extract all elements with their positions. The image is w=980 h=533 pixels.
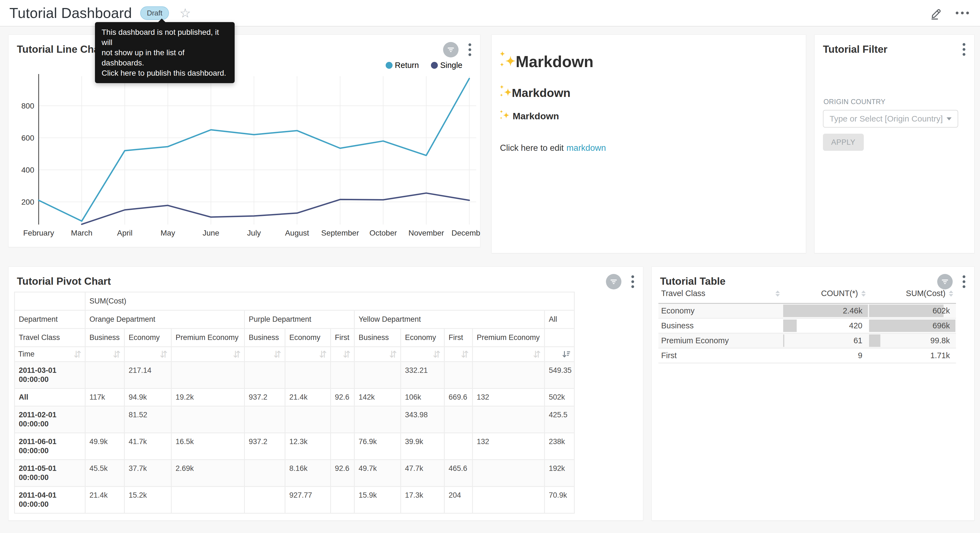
- pivot-value-cell: 927.77: [285, 487, 331, 513]
- pivot-value-cell: [245, 460, 285, 487]
- pivot-metric-header: SUM(Cost): [85, 292, 574, 310]
- sort-toggle-icon[interactable]: ⇵: [160, 350, 168, 359]
- chevron-down-icon: [947, 117, 951, 120]
- cross-filter-icon[interactable]: [443, 42, 458, 57]
- pivot-group-header: Purple Department: [245, 310, 355, 329]
- pivot-time-cell: 2011-03-01 00:00:00: [14, 362, 85, 389]
- legend-item-single[interactable]: Single: [431, 61, 462, 70]
- tooltip-line: Click here to publish this dashboard.: [102, 68, 228, 78]
- pivot-value-cell: [85, 362, 124, 389]
- favorite-star-icon[interactable]: ☆: [180, 6, 191, 19]
- table-row[interactable]: Premium Economy6199.8k: [659, 334, 956, 348]
- svg-text:April: April: [117, 229, 132, 237]
- pivot-value-cell: [331, 406, 355, 433]
- cross-filter-icon[interactable]: [606, 274, 621, 289]
- filter-more-menu-icon[interactable]: [961, 42, 966, 57]
- pivot-value-cell: 2.69k: [172, 460, 245, 487]
- sort-toggle-icon[interactable]: ⇵: [74, 350, 82, 359]
- svg-text:400: 400: [21, 166, 34, 174]
- column-header-travel-class[interactable]: Travel Class: [659, 284, 783, 303]
- pivot-value-cell: 17.3k: [401, 487, 444, 513]
- markdown-h1: ✦✦✦Markdown: [500, 53, 797, 71]
- pivot-value-cell: [85, 406, 124, 433]
- pivot-value-cell: [245, 362, 285, 389]
- pivot-department-row: Department Orange Department Purple Depa…: [14, 310, 574, 329]
- table-row[interactable]: Economy2.46k602k: [659, 303, 956, 318]
- pivot-value-cell: 49.9k: [85, 433, 124, 460]
- pivot-group-header: Orange Department: [85, 310, 245, 329]
- table-row[interactable]: Business420696k: [659, 318, 956, 334]
- sort-carets-icon: [949, 290, 953, 297]
- travel-class-cell: First: [659, 348, 783, 363]
- sort-toggle-icon[interactable]: ⇵: [319, 350, 327, 359]
- edit-markdown-link[interactable]: markdown: [566, 143, 606, 153]
- sort-toggle-icon[interactable]: ⇵: [113, 350, 121, 359]
- pivot-value-cell: [355, 406, 401, 433]
- pivot-time-cell: 2011-02-01 00:00:00: [14, 406, 85, 433]
- cross-filter-icon[interactable]: [937, 274, 953, 289]
- pivot-value-cell: 37.7k: [124, 460, 172, 487]
- sort-toggle-icon[interactable]: ⇵: [433, 350, 441, 359]
- pivot-value-cell: 49.7k: [355, 460, 401, 487]
- sort-toggle-icon[interactable]: ⇵: [343, 350, 351, 359]
- travel-class-cell: Economy: [659, 303, 783, 318]
- svg-text:February: February: [23, 229, 54, 237]
- pivot-value-cell: 47.7k: [401, 460, 444, 487]
- legend-item-return[interactable]: Return: [386, 61, 419, 70]
- origin-country-label: ORIGIN COUNTRY: [824, 98, 886, 106]
- sort-toggle-icon[interactable]: ⇵: [533, 350, 541, 359]
- pivot-value-cell: [473, 487, 545, 513]
- pivot-value-cell: 937.2: [245, 389, 285, 406]
- svg-text:November: November: [408, 229, 444, 237]
- table-row[interactable]: First91.71k: [659, 348, 956, 363]
- draft-badge[interactable]: Draft: [140, 6, 169, 20]
- svg-text:200: 200: [21, 198, 34, 206]
- proportion-bar: [869, 334, 880, 347]
- sort-carets-icon: [775, 290, 780, 297]
- pivot-more-menu-icon[interactable]: [630, 274, 635, 289]
- sort-toggle-icon[interactable]: ⇵: [274, 350, 282, 359]
- pivot-value-cell: [331, 487, 355, 513]
- pivot-time-cell: 2011-06-01 00:00:00: [14, 433, 85, 460]
- pivot-class-header: Business: [85, 329, 124, 347]
- edit-dashboard-button[interactable]: [930, 6, 943, 20]
- svg-text:October: October: [369, 229, 397, 237]
- svg-text:May: May: [161, 229, 175, 237]
- pivot-value-cell: [444, 433, 473, 460]
- origin-country-select[interactable]: Type or Select [Origin Country]: [823, 110, 958, 128]
- sort-toggle-icon[interactable]: ⇵: [233, 350, 241, 359]
- svg-text:September: September: [321, 229, 359, 237]
- pivot-row: 2011-06-01 00:00:0049.9k41.7k16.5k937.21…: [14, 433, 574, 460]
- svg-text:December: December: [451, 229, 480, 237]
- line-chart-card: Tutorial Line Chart Return Single 200400…: [8, 35, 480, 247]
- pivot-row: 2011-04-01 00:00:0021.4k15.2k927.7715.9k…: [14, 487, 574, 513]
- svg-text:800: 800: [21, 102, 34, 110]
- markdown-paragraph: Click here to editmarkdown: [500, 143, 797, 153]
- pivot-table: SUM(Cost) Department Orange Department P…: [14, 292, 575, 514]
- header-more-menu-icon[interactable]: [956, 11, 969, 14]
- pencil-icon: [930, 6, 943, 20]
- pivot-value-cell: 117k: [85, 389, 124, 406]
- page-title: Tutorial Dashboard: [10, 5, 132, 21]
- pivot-value-cell: 132: [473, 433, 545, 460]
- sum-cost-cell: 99.8k: [869, 334, 956, 348]
- pivot-class-header: Business: [245, 329, 285, 347]
- pivot-value-cell: 81.52: [124, 406, 172, 433]
- column-header-count[interactable]: COUNT(*): [783, 284, 869, 303]
- sort-toggle-icon[interactable]: ⇵: [389, 350, 397, 359]
- pivot-value-cell: 238k: [545, 433, 574, 460]
- sort-active-desc-icon[interactable]: [562, 350, 571, 359]
- apply-button[interactable]: APPLY: [823, 134, 864, 151]
- chart-more-menu-icon[interactable]: [467, 42, 473, 57]
- pivot-value-cell: 19.2k: [172, 389, 245, 406]
- table-more-menu-icon[interactable]: [961, 274, 966, 289]
- pivot-value-cell: [473, 406, 545, 433]
- pivot-value-cell: 39.9k: [401, 433, 444, 460]
- tooltip-line: This dashboard is not published, it will: [102, 27, 228, 48]
- pivot-value-cell: 70.9k: [545, 487, 574, 513]
- pivot-value-cell: 16.5k: [172, 433, 245, 460]
- pivot-value-cell: 549.35: [545, 362, 574, 389]
- sort-toggle-icon[interactable]: ⇵: [461, 350, 469, 359]
- draft-tooltip: This dashboard is not published, it will…: [95, 22, 235, 83]
- travel-class-cell: Premium Economy: [659, 334, 783, 348]
